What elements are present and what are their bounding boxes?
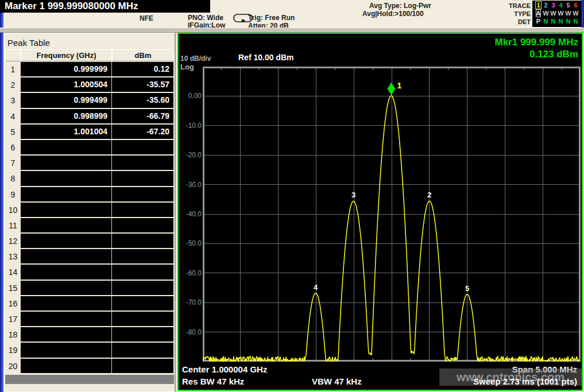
dbm-cell: [112, 265, 173, 280]
dbm-cell: -67.20: [112, 125, 173, 140]
trace-type: W: [550, 9, 556, 17]
table-row[interactable]: 17: [5, 312, 174, 327]
y-tick-label: -70.0: [180, 298, 202, 306]
dbm-cell: [112, 203, 173, 218]
peak-number-label: 2: [427, 191, 431, 199]
y-tick-label: -20.0: [180, 151, 202, 159]
trace-number: 3: [551, 1, 555, 9]
frequency-cell: [21, 203, 112, 218]
table-row[interactable]: 12: [5, 234, 174, 249]
dbm-cell: [112, 156, 173, 171]
trace-4-indicator[interactable]: 4WN: [557, 1, 564, 26]
dbm-cell: [112, 343, 173, 358]
frequency-cell: [21, 343, 112, 358]
dbm-cell: [112, 327, 173, 343]
trace-type: W: [558, 9, 563, 17]
grid-lines: [203, 67, 581, 362]
trace-detector: N: [566, 17, 571, 25]
frequency-cell: [21, 327, 112, 343]
y-tick-label: 0.00: [180, 92, 202, 100]
table-row[interactable]: 18: [5, 327, 174, 343]
y-tick-label: -80.0: [180, 328, 202, 336]
trace-number: 2: [544, 1, 547, 9]
trace-number: 6: [574, 1, 577, 9]
trace-type: W: [543, 9, 548, 17]
continuous-sweep-icon: [233, 13, 253, 26]
frequency-cell: [21, 249, 112, 265]
table-row[interactable]: 13: [5, 249, 174, 265]
frequency-cell: [21, 140, 112, 156]
table-row[interactable]: 30.999499-35.60: [5, 93, 174, 108]
frequency-cell: 0.999499: [21, 93, 112, 108]
row-number: 6: [5, 140, 21, 156]
row-number: 5: [5, 125, 21, 140]
table-row[interactable]: 15: [5, 281, 174, 296]
table-row[interactable]: 9: [5, 187, 174, 203]
table-row[interactable]: 21.000504-35.57: [5, 77, 174, 93]
vbw-label: VBW 47 kHz: [312, 377, 362, 386]
trace-6-indicator[interactable]: 6WN: [572, 1, 579, 26]
row-number: 2: [5, 77, 21, 93]
dbm-cell: [112, 140, 173, 156]
row-number: 16: [5, 296, 21, 312]
dbm-column-header: dBm: [112, 49, 174, 61]
row-number: 8: [5, 171, 21, 187]
dbm-cell: [112, 218, 173, 234]
table-row[interactable]: 10: [5, 203, 174, 218]
table-row[interactable]: 19: [5, 343, 174, 358]
table-row[interactable]: 10.9999990.12: [5, 62, 174, 77]
table-row[interactable]: 20: [5, 359, 174, 374]
row-number: 10: [5, 203, 21, 218]
table-row[interactable]: 7: [5, 156, 174, 171]
trace-number: 1: [535, 1, 541, 9]
dbm-cell: [112, 359, 173, 374]
dbm-cell: [112, 234, 173, 249]
trace-type: W: [573, 9, 578, 17]
dbm-cell: [112, 187, 173, 203]
row-number: 3: [5, 93, 21, 108]
window-edge-left: [0, 13, 3, 392]
frequency-cell: 1.001004: [21, 125, 112, 140]
trace-number: 4: [559, 1, 562, 9]
trace-register-box: 1AP2WN3WN4WN5WN6WN: [532, 1, 582, 27]
table-row[interactable]: 11: [5, 218, 174, 234]
peak-number-label: 3: [351, 191, 355, 199]
scale-per-div-label: 10 dB/div: [180, 55, 211, 63]
center-freq-label: Center 1.000004 GHz: [182, 364, 267, 374]
sweep-label: Sweep 2.73 ms (1001 pts): [473, 377, 577, 386]
table-row[interactable]: 51.001004-67.20: [5, 125, 174, 140]
trace-number: 5: [566, 1, 570, 9]
y-tick-label: -40.0: [180, 210, 202, 218]
table-row[interactable]: 8: [5, 171, 174, 187]
frequency-cell: [21, 359, 112, 374]
dbm-cell: [112, 249, 173, 265]
dbm-cell: -66.79: [112, 109, 173, 125]
trace-5-indicator[interactable]: 5WN: [564, 1, 572, 26]
trace-3-indicator[interactable]: 3WN: [550, 1, 557, 26]
annunciator-pno: PNO: Wide: [188, 14, 223, 22]
row-number-header: [5, 49, 21, 61]
table-row[interactable]: 40.998999-66.79: [5, 109, 174, 125]
dbm-cell: -35.60: [112, 93, 173, 108]
row-number: 20: [5, 359, 21, 374]
row-number: 14: [5, 265, 21, 280]
frequency-cell: 0.999999: [21, 62, 112, 77]
trace-detector: P: [536, 17, 540, 25]
trace-detector: N: [559, 17, 563, 25]
marker-frequency: Mkr1 999.999 MHz: [494, 36, 578, 48]
trace-1-indicator[interactable]: 1AP: [535, 1, 542, 26]
row-number: 13: [5, 249, 21, 265]
row-number: 19: [5, 343, 21, 358]
table-row[interactable]: 14: [5, 265, 174, 280]
spectrum-window[interactable]: Mkr1 999.999 MHz 0.123 dBm 10 dB/div Log…: [177, 33, 583, 391]
marker-amplitude: 0.123 dBm: [494, 48, 578, 60]
trace-detector: N: [574, 17, 578, 25]
trace-2-indicator[interactable]: 2WN: [542, 1, 550, 26]
rbw-label: Res BW 47 kHz: [182, 377, 244, 386]
graticule: 12345: [203, 67, 581, 362]
dbm-cell: [112, 312, 173, 327]
frequency-cell: [21, 218, 112, 234]
trace-label: TRACE: [494, 2, 531, 10]
table-row[interactable]: 16: [5, 296, 174, 312]
table-row[interactable]: 6: [5, 140, 174, 156]
